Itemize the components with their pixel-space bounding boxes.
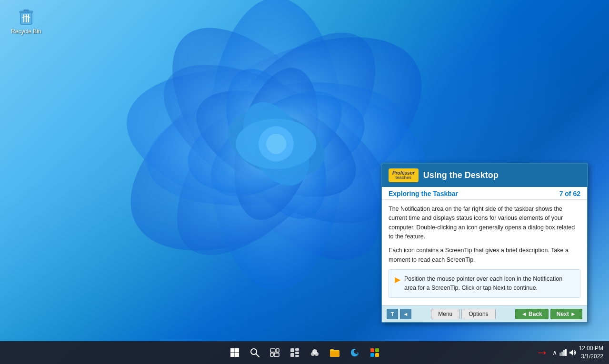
panel-toolbar: T ◄ Menu Options ◄ Back Next ► [382,305,587,322]
widgets-icon [290,348,300,357]
panel-subtitle-row: Exploring the Taskbar 7 of 62 [382,187,587,200]
panel-title: Using the Desktop [423,170,499,180]
clock-date: 3/1/2022 [579,353,603,361]
svg-rect-19 [23,10,29,11]
system-clock[interactable]: 12:00 PM 3/1/2022 [579,344,603,361]
professor-logo: Professor teaches [389,168,419,182]
svg-rect-47 [563,350,565,356]
svg-rect-32 [274,353,279,356]
system-tray: ∧ 12:00 PM [552,344,603,361]
start-icon [230,348,240,357]
svg-point-14 [236,118,316,169]
toolbar-right: ◄ Back Next ► [515,309,582,319]
svg-rect-36 [290,353,294,357]
toolbar-center: Menu Options [431,309,495,319]
svg-point-27 [251,349,257,354]
clock-time: 12:00 PM [579,344,603,353]
svg-rect-33 [290,348,294,352]
svg-rect-41 [370,348,374,352]
widgets-button[interactable] [286,344,303,361]
search-button[interactable] [246,344,263,361]
svg-point-13 [230,91,323,197]
logo-teaches: teaches [396,176,412,180]
svg-rect-44 [375,353,379,357]
tutorial-panel: Professor teaches Using the Desktop Expl… [381,163,588,323]
svg-rect-43 [370,353,374,357]
taskbar-center [226,344,383,361]
svg-rect-46 [561,352,563,356]
tray-icons: ∧ [552,349,576,356]
speaker-icon[interactable] [569,349,576,356]
recycle-bin-icon[interactable]: Recycle Bin [10,7,43,35]
svg-rect-37 [295,355,299,357]
network-icon[interactable] [559,349,567,356]
next-button[interactable]: Next ► [550,309,582,319]
svg-rect-45 [559,353,561,356]
svg-point-15 [259,126,294,161]
options-button[interactable]: Options [461,309,495,319]
svg-point-9 [206,54,347,234]
svg-line-28 [256,354,259,357]
svg-point-40 [315,352,319,356]
svg-rect-25 [230,353,235,357]
notification-arrow-indicator: → [535,345,549,360]
svg-rect-42 [375,348,379,352]
instruction-arrow-icon: ▶ [395,275,400,284]
panel-header: Professor teaches Using the Desktop [382,164,587,187]
svg-rect-30 [276,349,279,352]
desktop: Recycle Bin Professor teaches Using the … [0,0,609,364]
instruction-text: Position the mouse pointer over each ico… [404,275,574,293]
svg-point-16 [266,134,286,154]
svg-rect-24 [235,348,239,353]
search-icon [250,348,260,357]
body-paragraph-1: The Notification area on the far right s… [389,205,580,242]
instruction-box: ▶ Position the mouse pointer over each i… [389,269,580,298]
store-button[interactable] [366,344,383,361]
svg-rect-26 [235,353,239,357]
svg-rect-31 [270,353,273,356]
svg-point-7 [177,77,376,211]
task-view-icon [270,348,280,357]
panel-counter: 7 of 62 [559,190,580,197]
svg-rect-34 [295,348,299,351]
task-view-button[interactable] [266,344,283,361]
file-explorer-icon [329,348,340,357]
menu-button[interactable]: Menu [431,309,459,319]
chat-button[interactable] [306,344,323,361]
svg-rect-23 [230,348,235,353]
svg-rect-29 [270,349,275,352]
svg-rect-48 [565,349,567,356]
back-button[interactable]: ◄ Back [515,309,549,319]
toolbar-left: T ◄ [387,309,411,319]
tray-chevron-icon[interactable]: ∧ [552,349,557,356]
taskbar: → ∧ [0,341,609,364]
recycle-bin-graphic [17,7,36,26]
text-size-button[interactable]: T [387,309,398,319]
edge-button[interactable] [346,344,363,361]
store-icon [369,347,380,358]
svg-rect-35 [295,352,299,354]
svg-point-5 [137,64,416,224]
edge-icon [349,347,360,358]
body-paragraph-2: Each icon contains a ScreenTip that give… [389,246,580,265]
svg-point-2 [135,0,417,294]
chat-icon [309,347,320,358]
recycle-bin-label: Recycle Bin [11,28,41,35]
panel-body: The Notification area on the far right s… [382,200,587,305]
file-explorer-button[interactable] [326,344,343,361]
audio-toggle-button[interactable]: ◄ [400,309,411,319]
svg-point-4 [142,1,410,287]
taskbar-right: → ∧ [535,344,603,361]
svg-point-3 [208,0,344,290]
svg-point-12 [219,98,334,189]
svg-point-8 [180,69,372,219]
svg-point-10 [220,59,333,229]
svg-point-6 [140,33,413,255]
panel-subtitle: Exploring the Taskbar [389,190,458,197]
start-button[interactable] [226,344,243,361]
svg-point-39 [311,352,315,356]
svg-point-11 [193,71,359,217]
